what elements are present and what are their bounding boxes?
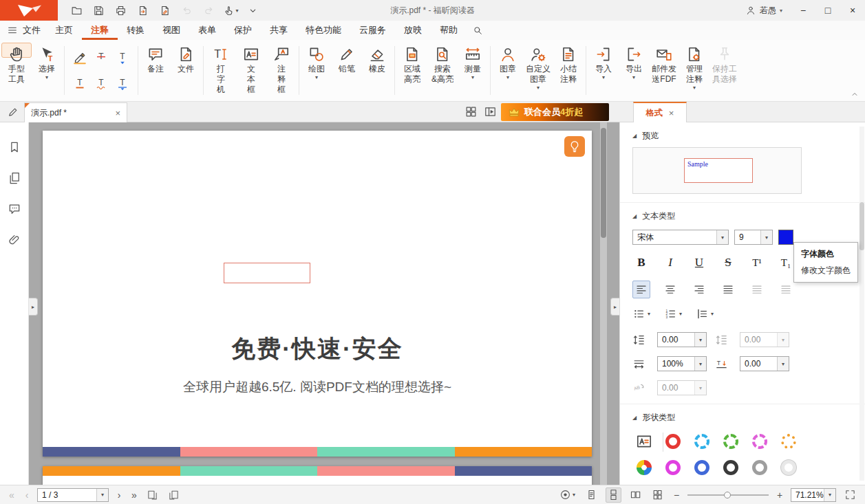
align-justify-button[interactable] xyxy=(719,281,737,298)
text-type-section-header[interactable]: ◢ 文本类型 xyxy=(620,202,865,226)
note-button[interactable]: 备注 xyxy=(140,43,171,98)
collapse-ribbon-button[interactable] xyxy=(850,89,859,99)
format-panel-tab[interactable]: 格式 × xyxy=(633,102,687,122)
document-tab[interactable]: 演示.pdf * × xyxy=(24,102,127,122)
shape-rainbow-button[interactable] xyxy=(637,460,652,475)
email-fdf-button[interactable]: 邮件发 送FDF xyxy=(649,43,679,98)
prev-view-button[interactable] xyxy=(145,487,160,503)
promo-banner[interactable]: 联合会员4折起 xyxy=(501,103,609,121)
eraser-button[interactable]: 橡皮 xyxy=(362,43,392,98)
shape-gray-button[interactable] xyxy=(752,460,767,475)
panel-scrollbar-thumb[interactable] xyxy=(859,202,864,250)
view-continuous-button[interactable] xyxy=(606,487,621,503)
font-color-swatch[interactable] xyxy=(778,230,793,245)
shape-cyan-button[interactable] xyxy=(694,434,709,449)
callout-button[interactable]: 注 释 框 xyxy=(266,43,297,98)
shape-green-button[interactable] xyxy=(723,434,738,449)
tab-grid-icon[interactable] xyxy=(464,105,478,118)
menu-tab-comment[interactable]: 注释 xyxy=(82,21,118,40)
shape-type-section-header[interactable]: ◢ 形状类型 xyxy=(620,404,865,427)
pencil-button[interactable]: 铅笔 xyxy=(332,43,362,98)
textbox-button[interactable]: 文 本 框 xyxy=(236,43,266,98)
textbox-style-button[interactable] xyxy=(635,432,653,450)
highlight-button[interactable] xyxy=(70,45,90,70)
shape-orange-button[interactable] xyxy=(781,434,796,449)
doc-export-button[interactable] xyxy=(134,2,152,19)
menu-tab-home[interactable]: 主页 xyxy=(46,21,82,40)
strikethrough-button[interactable]: S xyxy=(719,254,737,272)
font-family-select[interactable]: 宋体 ▾ xyxy=(632,230,729,245)
custom-stamp-button[interactable]: 自定义 图章▾ xyxy=(523,43,553,98)
menu-tab-convert[interactable]: 转换 xyxy=(118,21,153,40)
keep-tool-button[interactable]: 保持工 具选择 xyxy=(709,43,740,98)
strikeout-button[interactable]: T xyxy=(91,45,111,70)
menu-tab-share[interactable]: 共享 xyxy=(261,21,297,40)
shape-white-button[interactable] xyxy=(781,460,796,475)
align-left-button[interactable] xyxy=(632,281,650,298)
align-right-button[interactable] xyxy=(690,281,708,298)
menu-tab-protect[interactable]: 保护 xyxy=(225,21,261,40)
shape-blue-button[interactable] xyxy=(694,460,709,475)
next-view-button[interactable] xyxy=(166,487,182,503)
pdf-page-2[interactable] xyxy=(43,466,592,485)
fullscreen-button[interactable] xyxy=(842,487,858,503)
measure-button[interactable]: 测量▾ xyxy=(458,43,488,98)
attachments-panel-button[interactable] xyxy=(8,233,21,247)
font-size-select[interactable]: 9 ▾ xyxy=(734,230,773,245)
format-tab-close-icon[interactable]: × xyxy=(669,108,674,118)
view-single-button[interactable] xyxy=(584,487,599,503)
document-area[interactable]: 免费·快速·安全 全球用户超越6.5亿. 阅读PDF文档的理想选择~ ▸ ▸ xyxy=(29,122,619,485)
minimize-button[interactable]: − xyxy=(791,0,815,21)
tab-close-icon[interactable]: × xyxy=(115,108,120,118)
menu-tab-slideshow[interactable]: 放映 xyxy=(395,21,431,40)
replace-text-button[interactable]: T xyxy=(112,71,133,96)
shape-black-button[interactable] xyxy=(723,460,738,475)
area-highlight-button[interactable]: 区域 高亮 xyxy=(397,43,427,98)
user-menu[interactable]: 若愚 ▾ xyxy=(737,5,791,17)
shape-red-button[interactable] xyxy=(665,434,681,449)
stamp-button[interactable]: 图章▾ xyxy=(493,43,523,98)
zoom-slider-thumb[interactable] xyxy=(724,492,731,498)
numbered-list-button[interactable]: 123▾ xyxy=(664,307,682,320)
align-distribute-button[interactable] xyxy=(777,281,795,298)
textbox-annotation[interactable] xyxy=(224,263,310,283)
open-file-button[interactable] xyxy=(67,2,86,19)
save-button[interactable] xyxy=(89,2,108,19)
file-attach-button[interactable]: 文件 xyxy=(171,43,201,98)
manage-comments-button[interactable]: 管理 注释▾ xyxy=(679,43,709,98)
pdf-page-1[interactable]: 免费·快速·安全 全球用户超越6.5亿. 阅读PDF文档的理想选择~ xyxy=(43,131,592,457)
italic-button[interactable]: I xyxy=(661,254,679,272)
summarize-comments-button[interactable]: 小结 注释 xyxy=(553,43,584,98)
line-spacing-select[interactable]: 0.00▾ xyxy=(657,332,707,347)
drawing-button[interactable]: 绘图▾ xyxy=(301,43,332,98)
text-indent-button[interactable]: ▾ xyxy=(696,307,714,320)
bold-button[interactable]: B xyxy=(632,254,650,272)
touch-mode-button[interactable]: ▾ xyxy=(222,2,240,19)
zoom-out-button[interactable]: − xyxy=(672,490,681,501)
annotate-pen-icon[interactable] xyxy=(7,106,19,118)
superscript-button[interactable]: T¹ xyxy=(748,254,766,272)
menu-file[interactable]: 文件 xyxy=(23,24,41,36)
align-center-button[interactable] xyxy=(661,281,679,298)
shape-magenta-button[interactable] xyxy=(752,434,767,449)
close-button[interactable]: × xyxy=(840,0,865,21)
menu-icon[interactable] xyxy=(7,25,18,36)
bullet-list-button[interactable]: ▾ xyxy=(632,307,650,320)
print-button[interactable] xyxy=(111,2,130,19)
view-facing-button[interactable] xyxy=(628,487,643,503)
doc-edit-button[interactable] xyxy=(156,2,174,19)
align-justify-all-button[interactable] xyxy=(748,281,766,298)
baseline-offset-select[interactable]: 0.00▾ xyxy=(740,356,789,371)
view-grid-button[interactable] xyxy=(650,487,665,503)
search-highlight-button[interactable]: 搜索 &高亮 xyxy=(427,43,458,98)
typewriter-button[interactable]: T打 字 机 xyxy=(206,43,236,98)
next-page-button[interactable]: › xyxy=(114,490,124,501)
squiggly-underline-button[interactable]: T xyxy=(91,71,111,96)
menu-tab-help[interactable]: 帮助 xyxy=(431,21,467,40)
export-comments-button[interactable]: 导出▾ xyxy=(619,43,649,98)
undo-button[interactable] xyxy=(178,2,196,19)
customize-toolbar-button[interactable] xyxy=(244,2,262,19)
menu-tab-view[interactable]: 视图 xyxy=(153,21,189,40)
menu-tab-features[interactable]: 特色功能 xyxy=(297,21,350,40)
comments-panel-button[interactable] xyxy=(8,202,21,216)
